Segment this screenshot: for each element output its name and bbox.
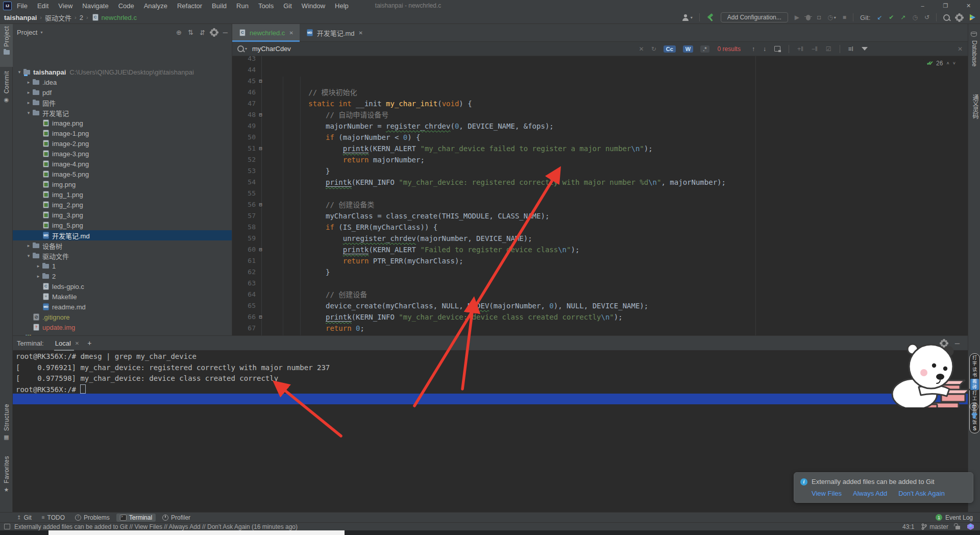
build-hammer-icon[interactable]	[706, 14, 714, 21]
line-number[interactable]: 54	[232, 177, 256, 188]
tree-row[interactable]: img_5.png	[13, 220, 232, 230]
chevron-down-icon[interactable]: ˅	[953, 61, 955, 66]
fold-marker-icon[interactable]: ⊟	[256, 143, 265, 154]
tree-row[interactable]: img_2.png	[13, 200, 232, 210]
fold-marker-icon[interactable]	[256, 64, 265, 76]
menu-item[interactable]: Build	[212, 2, 227, 10]
chevron-icon[interactable]: ▾	[25, 253, 32, 258]
fold-marker-icon[interactable]	[256, 289, 265, 300]
tab-notes-md[interactable]: 开发笔记.md ✕	[300, 24, 369, 41]
line-number[interactable]: 63	[232, 278, 256, 289]
line-number[interactable]: 52	[232, 154, 256, 165]
breadcrumb-item[interactable]: › 2	[74, 14, 83, 21]
regex-toggle[interactable]: .*	[700, 45, 709, 53]
line-number[interactable]: 53	[232, 165, 256, 177]
line-number[interactable]: 59	[232, 233, 256, 244]
fold-marker-icon[interactable]	[256, 165, 265, 177]
remove-selection-icon[interactable]: −‖	[812, 45, 818, 53]
menu-item[interactable]: Window	[302, 2, 325, 10]
fold-marker-icon[interactable]	[256, 233, 265, 244]
menu-item[interactable]: Refactor	[177, 2, 202, 10]
tree-row[interactable]: ▸ pdf	[13, 87, 232, 98]
line-number[interactable]: 66	[232, 311, 256, 323]
toast-action-link[interactable]: Always Add	[853, 490, 887, 497]
new-line-icon[interactable]: ↻	[651, 45, 656, 53]
line-number[interactable]: 51	[232, 143, 256, 154]
fold-marker-icon[interactable]: ⊟	[256, 199, 265, 210]
tree-row[interactable]: Makefile	[13, 291, 232, 302]
notification-toast[interactable]: i Externally added files can be added to…	[794, 472, 973, 503]
menu-item[interactable]: Help	[335, 2, 349, 10]
tree-row[interactable]: image-2.png	[13, 138, 232, 149]
tree-row[interactable]: ▾ 开发笔记	[13, 108, 232, 118]
fold-marker-icon[interactable]	[256, 266, 265, 278]
settings-gear-icon[interactable]	[957, 15, 962, 20]
fold-marker-icon[interactable]	[256, 120, 265, 132]
close-button[interactable]: ✕	[957, 0, 980, 11]
plugin-logo-icon[interactable]	[969, 14, 976, 21]
history-icon[interactable]: ◷	[912, 14, 917, 21]
fold-marker-icon[interactable]	[256, 56, 265, 64]
fold-marker-icon[interactable]	[256, 132, 265, 143]
chevron-icon[interactable]: ▾	[25, 110, 32, 115]
fold-marker-icon[interactable]: ⊟	[256, 109, 265, 120]
git-update-icon[interactable]: ↙	[877, 14, 882, 21]
close-icon[interactable]: ✕	[75, 341, 79, 346]
tree-row[interactable]: ▸ .idea	[13, 77, 232, 87]
clear-search-icon[interactable]: ✕	[639, 45, 644, 53]
tab-newchrled-c[interactable]: newchrled.c ✕	[232, 24, 300, 41]
line-number[interactable]: 56	[232, 199, 256, 210]
chevron-icon[interactable]: ▸	[25, 80, 32, 85]
chevron-icon[interactable]: ▸	[25, 243, 32, 248]
menu-item[interactable]: View	[58, 2, 72, 10]
code-editor[interactable]: 43 44 // 模块初始化 45 ⊟	[232, 56, 968, 335]
event-log-button[interactable]: 1 Event Log	[936, 514, 976, 521]
menu-item[interactable]: File	[17, 2, 28, 10]
settings-gear-icon[interactable]	[211, 30, 217, 35]
git-commit-icon[interactable]: ✔	[889, 14, 894, 21]
close-find-bar-icon[interactable]: ✕	[958, 45, 963, 53]
fold-marker-icon[interactable]: ⊟	[256, 311, 265, 323]
fold-marker-icon[interactable]	[256, 87, 265, 98]
run-configuration-select[interactable]: Add Configuration...	[721, 12, 788, 22]
tree-row[interactable]: image-3.png	[13, 149, 232, 159]
toast-action-link[interactable]: Don't Ask Again	[898, 490, 945, 497]
plugin-status-icon[interactable]	[967, 523, 974, 530]
menu-item[interactable]: Navigate	[82, 2, 108, 10]
tree-row[interactable]: leds-gpio.c	[13, 281, 232, 291]
sidebar-item-project[interactable]: Project	[0, 24, 13, 67]
select-all-occurrences-icon[interactable]: ☑	[826, 45, 831, 53]
line-number[interactable]: 62	[232, 266, 256, 278]
line-number[interactable]: 67	[232, 323, 256, 334]
sidebar-item-structure[interactable]: Structure ▦	[0, 402, 13, 450]
user-profile-button[interactable]: ▾	[682, 14, 693, 21]
rollback-icon[interactable]: ↺	[924, 14, 929, 21]
tool-window-button[interactable]: ≡ TODO	[38, 514, 68, 522]
terminal-tab-local[interactable]: Local	[55, 339, 73, 347]
search-everywhere-icon[interactable]	[943, 14, 950, 21]
tree-row[interactable]: .gitignore	[13, 312, 232, 322]
next-occurrence-icon[interactable]: ↓	[763, 45, 766, 53]
menu-item[interactable]: Run	[236, 2, 249, 10]
chevron-icon[interactable]: ▾	[16, 69, 23, 75]
line-number[interactable]: 65	[232, 300, 256, 311]
tree-row[interactable]: 开发笔记.md	[13, 230, 232, 240]
shirt-icon[interactable]	[970, 412, 978, 419]
match-case-toggle[interactable]: Cc	[664, 45, 676, 53]
line-number[interactable]: 45	[232, 76, 256, 87]
sidebar-item-ai-assistant[interactable]: 通义灵码	[971, 94, 979, 120]
tree-row[interactable]: img.png	[13, 179, 232, 189]
fold-marker-icon[interactable]	[256, 323, 265, 334]
git-push-icon[interactable]: ↗	[900, 14, 905, 21]
locate-file-icon[interactable]: ⊕	[176, 29, 182, 36]
line-number[interactable]: 48	[232, 109, 256, 120]
search-options-icon[interactable]: ≡I	[848, 45, 853, 53]
fold-marker-icon[interactable]	[256, 300, 265, 311]
line-number[interactable]: 57	[232, 210, 256, 222]
terminal-output[interactable]: root@RK356X:/# dmesg | grep my_char_devi…	[16, 351, 968, 395]
fold-marker-icon[interactable]	[256, 154, 265, 165]
tree-row[interactable]: image-4.png	[13, 159, 232, 169]
breadcrumb-item[interactable]: › newchrled.c	[85, 13, 137, 21]
fold-marker-icon[interactable]: ⊟	[256, 76, 265, 87]
tool-window-button[interactable]: ↥ Git	[13, 514, 35, 522]
